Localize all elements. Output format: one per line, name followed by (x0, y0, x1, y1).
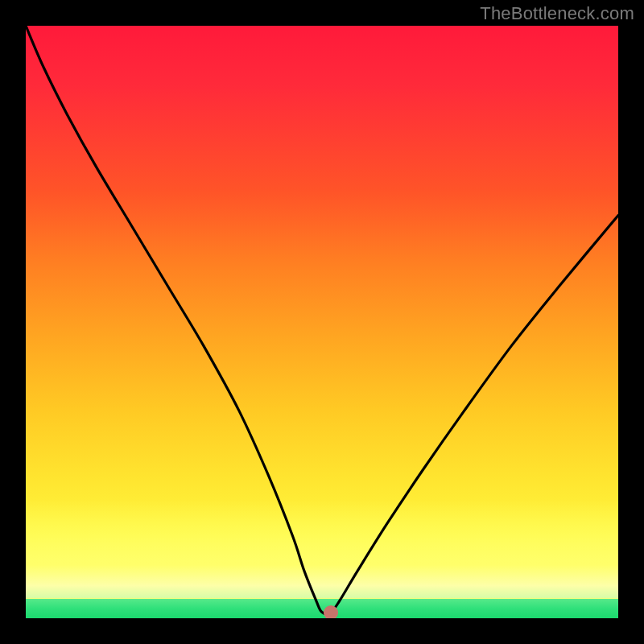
watermark-text: TheBottleneck.com (480, 3, 634, 24)
plot-area (26, 26, 618, 618)
optimum-marker (324, 605, 338, 618)
chart-root: TheBottleneck.com (0, 0, 644, 644)
gradient-background (26, 26, 618, 618)
